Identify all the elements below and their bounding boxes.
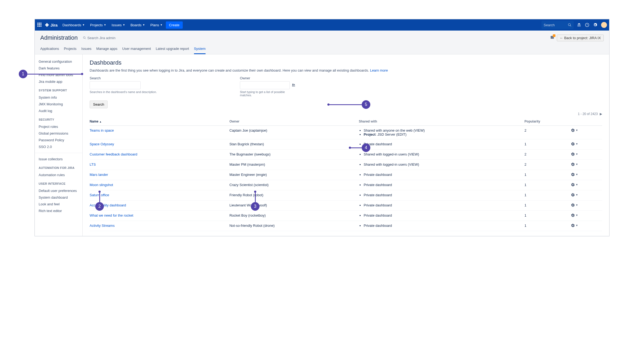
annotation-3: 3 — [251, 191, 259, 211]
admin-tab-issues[interactable]: Issues — [81, 45, 92, 54]
user-avatar[interactable] — [601, 22, 607, 28]
annotation-4: 4 — [349, 143, 370, 152]
sidebar-item-project-roles[interactable]: Project roles — [39, 123, 79, 130]
shared-cell: Private dashboard — [359, 180, 524, 190]
sidebar-item-sso-2.0[interactable]: SSO 2.0 — [39, 143, 79, 150]
admin-tab-latest-upgrade-report[interactable]: Latest upgrade report — [156, 45, 189, 54]
admin-tab-applications[interactable]: Applications — [40, 45, 59, 54]
svg-rect-5 — [41, 24, 42, 25]
sidebar-item-audit-log[interactable]: Audit log — [39, 107, 79, 114]
popularity-cell: 1 — [525, 221, 571, 231]
help-icon[interactable]: ? — [585, 23, 589, 27]
row-actions-menu[interactable]: ▼ — [571, 152, 578, 156]
row-actions-menu[interactable]: ▼ — [571, 183, 578, 187]
svg-point-13 — [83, 37, 85, 39]
search-icon — [568, 23, 572, 27]
sidebar-item-global-permissions[interactable]: Global permissions — [39, 130, 79, 137]
people-icon[interactable] — [291, 83, 296, 88]
back-to-project-button[interactable]: ← Back to project: JIRA IX — [557, 35, 604, 41]
sidebar-item-issue-collectors[interactable]: Issue collectors — [39, 156, 79, 162]
sidebar-item-system-info[interactable]: System info — [39, 94, 79, 101]
col-popularity[interactable]: Popularity — [525, 117, 571, 126]
search-form: Search Searches in the dashboard's name … — [90, 76, 602, 97]
svg-rect-6 — [38, 25, 39, 27]
app-switcher-icon[interactable] — [37, 22, 42, 28]
row-actions-menu[interactable]: ▼ — [571, 193, 578, 197]
search-button[interactable]: Search — [90, 101, 108, 108]
dashboard-link[interactable]: What we need for the rocket — [90, 213, 133, 217]
sidebar-item-system-dashboard[interactable]: System dashboard — [39, 194, 79, 201]
row-actions-menu[interactable]: ▼ — [571, 213, 578, 217]
dashboard-search-input[interactable] — [90, 81, 141, 89]
notifications-icon[interactable] — [550, 35, 555, 41]
svg-rect-2 — [41, 23, 42, 24]
owner-group: Owner Start typing to get a list of poss… — [240, 76, 294, 97]
menu-dashboards[interactable]: Dashboards▼ — [60, 21, 87, 29]
admin-tab-projects[interactable]: Projects — [64, 45, 76, 54]
svg-rect-7 — [39, 25, 40, 27]
popularity-cell: 1 — [525, 170, 571, 180]
sidebar-item-default-user-preferences[interactable]: Default user preferences — [39, 187, 79, 194]
menu-issues[interactable]: Issues▼ — [109, 21, 127, 29]
owner-hint: Start typing to get a list of possible m… — [240, 90, 294, 97]
sidebar-item-rich-text-editor[interactable]: Rich text editor — [39, 207, 79, 214]
dashboard-link[interactable]: Moon slingshot — [90, 183, 113, 187]
learn-more-link[interactable]: Learn more — [370, 68, 388, 72]
settings-icon[interactable] — [593, 23, 597, 27]
popularity-cell: 1 — [525, 211, 571, 221]
row-actions-menu[interactable]: ▼ — [571, 128, 578, 132]
sidebar-item-password-policy[interactable]: Password Policy — [39, 137, 79, 143]
row-actions-menu[interactable]: ▼ — [571, 162, 578, 166]
admin-tabs: ApplicationsProjectsIssuesManage appsUse… — [35, 45, 609, 54]
shared-entry: Shared with logged-in users (VIEW) — [364, 152, 524, 156]
app-frame: Jira Dashboards▼ Projects▼ Issues▼ Board… — [34, 19, 610, 236]
sidebar-item-jmx-monitoring[interactable]: JMX Monitoring — [39, 101, 79, 107]
popularity-cell: 1 — [525, 139, 571, 150]
annotation-5: 5 — [327, 100, 370, 109]
shared-entry: Private dashboard — [364, 203, 524, 207]
admin-tab-system[interactable]: System — [194, 45, 206, 54]
svg-point-16 — [292, 84, 294, 85]
feedback-icon[interactable] — [577, 23, 581, 27]
create-button[interactable]: Create — [166, 21, 183, 29]
menu-boards[interactable]: Boards▼ — [128, 21, 147, 29]
dashboard-link[interactable]: Mars lander — [90, 173, 108, 177]
admin-search[interactable]: Search Jira admin — [83, 36, 115, 40]
global-search-input[interactable] — [544, 23, 568, 27]
col-name[interactable]: Name ▲ — [90, 117, 229, 126]
next-page-icon[interactable]: ▶ — [600, 112, 602, 116]
dashboard-link[interactable]: Teams in space — [90, 128, 114, 132]
jira-logo[interactable]: Jira — [45, 23, 58, 27]
owner-input[interactable] — [240, 81, 290, 89]
chevron-down-icon: ▼ — [576, 143, 578, 145]
sidebar-item-general-configuration[interactable]: General configuration — [39, 58, 79, 65]
sidebar-section-title: AUTOMATION FOR JIRA — [39, 166, 79, 169]
col-shared[interactable]: Shared with — [359, 117, 524, 126]
owner-cell: Captain Joe (captainjoe) — [229, 126, 359, 139]
col-owner[interactable]: Owner — [229, 117, 359, 126]
popularity-cell: 1 — [525, 201, 571, 211]
sidebar-item-jira-mobile-app[interactable]: Jira mobile app — [39, 78, 79, 85]
pagination-text: 1 - 20 of 2423 — [578, 112, 598, 116]
row-actions-menu[interactable]: ▼ — [571, 173, 578, 176]
global-search[interactable] — [541, 21, 574, 29]
menu-plans[interactable]: Plans▼ — [148, 21, 164, 29]
dashboard-link[interactable]: Activity Streams — [90, 224, 115, 228]
dashboard-link[interactable]: Space Odyssey — [90, 142, 114, 146]
svg-point-9 — [568, 24, 570, 26]
shared-cell: Private dashboard — [359, 211, 524, 221]
dashboard-link[interactable]: Customer feedback dashboard — [90, 152, 137, 156]
shared-entry: Project: JSD Server (EDIT) — [364, 132, 524, 136]
dashboard-link[interactable]: LTS — [90, 162, 96, 166]
row-actions-menu[interactable]: ▼ — [571, 142, 578, 146]
row-actions-menu[interactable]: ▼ — [571, 224, 578, 227]
sidebar-item-look-and-feel[interactable]: Look and feel — [39, 201, 79, 207]
table-row: Mars landerMaster Engineer (engie)Privat… — [90, 170, 602, 180]
menu-projects[interactable]: Projects▼ — [88, 21, 108, 29]
chevron-down-icon: ▼ — [576, 194, 578, 196]
admin-tab-user-management[interactable]: User management — [122, 45, 151, 54]
sidebar-item-automation-rules[interactable]: Automation rules — [39, 172, 79, 178]
admin-tab-manage-apps[interactable]: Manage apps — [96, 45, 118, 54]
shared-entry: Private dashboard — [364, 173, 524, 177]
row-actions-menu[interactable]: ▼ — [571, 203, 578, 207]
